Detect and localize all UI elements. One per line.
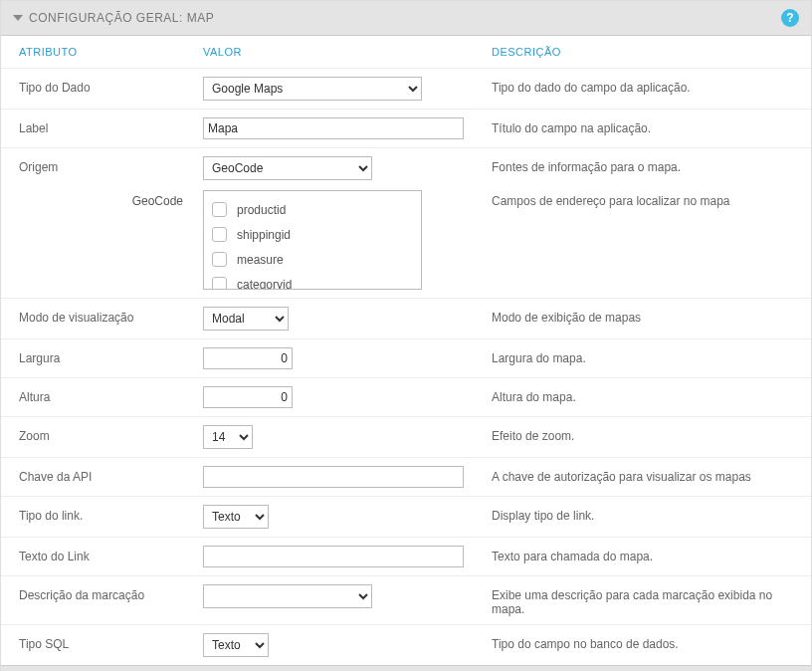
row-apikey: Chave da API A chave de autorização para… (1, 457, 811, 496)
check-label: measure (237, 253, 284, 267)
checkbox-icon[interactable] (212, 252, 227, 267)
check-item-productid[interactable]: productid (210, 197, 415, 222)
select-zoom[interactable]: 14 (203, 425, 253, 449)
help-icon[interactable]: ? (781, 9, 799, 27)
checkbox-icon[interactable] (212, 202, 227, 217)
label-geocode: GeoCode (19, 190, 203, 208)
select-origem[interactable]: GeoCode (203, 156, 372, 180)
row-tipo-dado: Tipo do Dado Google Maps Tipo do dado do… (1, 68, 811, 109)
collapse-icon[interactable] (13, 15, 23, 21)
input-texto-link[interactable] (203, 546, 464, 567)
row-altura: Altura Altura do mapa. (1, 377, 811, 416)
panel-title: CONFIGURAÇÃO GERAL: MAP (29, 11, 214, 25)
select-tipo-sql[interactable]: Texto (203, 633, 269, 657)
desc-origem: Fontes de informação para o mapa. (492, 156, 793, 174)
input-apikey[interactable] (203, 466, 464, 488)
label-label: Label (19, 117, 203, 135)
label-apikey: Chave da API (19, 466, 203, 484)
panel-header: CONFIGURAÇÃO GERAL: MAP ? (1, 1, 811, 36)
column-headers: ATRIBUTO VALOR DESCRIÇÃO (1, 36, 811, 68)
row-label: Label Título do campo na aplicação. (1, 109, 811, 147)
label-tipo-sql: Tipo SQL (19, 633, 203, 651)
row-origem: Origem GeoCode Fontes de informação para… (1, 147, 811, 188)
row-tipo-sql: Tipo SQL Texto Tipo do campo no banco de… (1, 624, 811, 665)
desc-altura: Altura do mapa. (492, 386, 793, 404)
desc-largura: Largura do mapa. (492, 347, 793, 365)
panel-footer-bar (1, 665, 811, 671)
input-altura[interactable] (203, 386, 293, 408)
check-label: productid (237, 203, 286, 217)
col-header-desc: DESCRIÇÃO (492, 46, 793, 58)
label-zoom: Zoom (19, 425, 203, 443)
checkbox-icon[interactable] (212, 227, 227, 242)
label-tipo-dado: Tipo do Dado (19, 77, 203, 95)
select-tipo-dado[interactable]: Google Maps (203, 77, 422, 101)
check-label: shippingid (237, 228, 291, 242)
label-tipo-link: Tipo do link. (19, 505, 203, 523)
desc-modo: Modo de exibição de mapas (492, 307, 793, 325)
desc-desc-marc: Exibe uma descrição para cada marcação e… (492, 584, 793, 616)
select-modo[interactable]: Modal (203, 307, 289, 331)
label-desc-marc: Descrição da marcação (19, 584, 203, 602)
desc-tipo-link: Display tipo de link. (492, 505, 793, 523)
check-item-shippingid[interactable]: shippingid (210, 222, 415, 247)
check-label: categoryid (237, 278, 292, 291)
select-desc-marc[interactable] (203, 584, 372, 608)
row-modo: Modo de visualização Modal Modo de exibi… (1, 298, 811, 338)
label-modo: Modo de visualização (19, 307, 203, 325)
col-header-val: VALOR (203, 46, 492, 58)
desc-tipo-sql: Tipo do campo no banco de dados. (492, 633, 793, 651)
input-largura[interactable] (203, 347, 293, 369)
desc-tipo-dado: Tipo do dado do campo da aplicação. (492, 77, 793, 95)
input-label[interactable] (203, 117, 464, 139)
desc-zoom: Efeito de zoom. (492, 425, 793, 443)
desc-geocode: Campos de endereço para localizar no map… (492, 190, 793, 208)
row-zoom: Zoom 14 Efeito de zoom. (1, 416, 811, 457)
row-tipo-link: Tipo do link. Texto Display tipo de link… (1, 496, 811, 537)
label-texto-link: Texto do Link (19, 546, 203, 563)
check-item-categoryid[interactable]: categoryid (210, 272, 415, 290)
row-geocode: GeoCode productid shippingid measure cat… (1, 188, 811, 298)
checkbox-icon[interactable] (212, 277, 227, 290)
label-largura: Largura (19, 347, 203, 365)
label-origem: Origem (19, 156, 203, 174)
col-header-attr: ATRIBUTO (19, 46, 203, 58)
row-largura: Largura Largura do mapa. (1, 338, 811, 377)
label-altura: Altura (19, 386, 203, 404)
row-desc-marc: Descrição da marcação Exibe uma descriçã… (1, 575, 811, 624)
desc-label: Título do campo na aplicação. (492, 117, 793, 135)
select-tipo-link[interactable]: Texto (203, 505, 269, 529)
geocode-checklist[interactable]: productid shippingid measure categoryid (203, 190, 422, 290)
desc-apikey: A chave de autorização para visualizar o… (492, 466, 793, 484)
check-item-measure[interactable]: measure (210, 247, 415, 272)
config-panel: CONFIGURAÇÃO GERAL: MAP ? ATRIBUTO VALOR… (0, 0, 812, 671)
desc-texto-link: Texto para chamada do mapa. (492, 546, 793, 563)
row-texto-link: Texto do Link Texto para chamada do mapa… (1, 537, 811, 575)
